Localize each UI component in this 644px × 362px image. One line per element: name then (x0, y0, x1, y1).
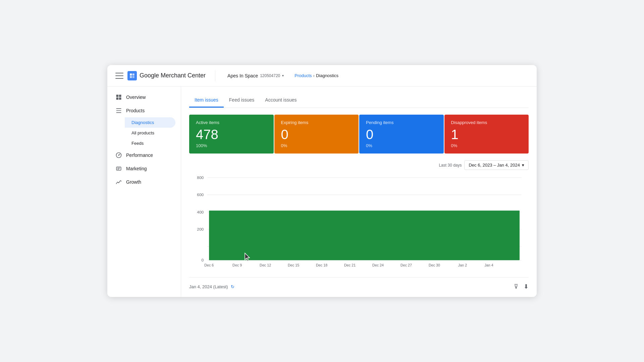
svg-rect-2 (130, 76, 132, 78)
sidebar-item-performance[interactable]: Performance (107, 148, 178, 162)
svg-text:800: 800 (197, 175, 204, 180)
tab-item-issues[interactable]: Item issues (189, 93, 224, 108)
svg-rect-25 (209, 210, 520, 260)
stat-expiring-value: 0 (281, 128, 352, 141)
svg-rect-9 (116, 110, 121, 111)
stat-card-pending[interactable]: Pending items 0 0% (359, 115, 444, 154)
tab-feed-issues[interactable]: Feed issues (224, 93, 260, 108)
stat-active-label: Active items (196, 120, 267, 125)
chart-footer-date: Jan 4, 2024 (Latest) ↻ (189, 284, 234, 289)
stat-card-active[interactable]: Active items 478 100% (189, 115, 274, 154)
chart-area: 800 600 400 200 0 Dec 6 Dec 9 Dec 12 Dec… (189, 174, 529, 275)
stats-row: Active items 478 100% Expiring items 0 0… (189, 115, 529, 154)
download-icon[interactable]: ⬇ (524, 283, 529, 290)
date-picker-value: Dec 6, 2023 – Jan 4, 2024 (469, 163, 520, 168)
stat-active-value: 478 (196, 128, 267, 141)
sidebar-performance-label: Performance (126, 153, 153, 158)
svg-rect-1 (132, 73, 135, 75)
sidebar-feeds-label: Feeds (131, 141, 144, 146)
svg-text:Dec 21: Dec 21 (344, 263, 356, 267)
sidebar-item-marketing[interactable]: Marketing (107, 162, 178, 175)
stat-disapproved-label: Disapproved items (451, 120, 522, 125)
sidebar-diagnostics-label: Diagnostics (131, 120, 154, 125)
overview-icon (115, 94, 122, 101)
sidebar-growth-label: Growth (126, 179, 141, 185)
svg-text:0: 0 (201, 258, 204, 262)
date-picker-chevron-icon: ▾ (522, 163, 524, 168)
svg-text:400: 400 (197, 210, 204, 215)
svg-text:Dec 6: Dec 6 (204, 263, 214, 267)
breadcrumb: Products › Diagnostics (294, 73, 338, 78)
topbar-left: Google Merchant Center Apes In Space 120… (115, 70, 286, 81)
svg-text:Dec 18: Dec 18 (316, 263, 327, 267)
svg-rect-13 (116, 167, 121, 170)
date-filter-label: Last 30 days (439, 163, 462, 168)
sidebar-item-growth[interactable]: Growth (107, 175, 178, 189)
svg-text:Dec 12: Dec 12 (260, 263, 271, 267)
stat-pending-label: Pending items (366, 120, 437, 125)
products-icon (115, 107, 122, 114)
svg-text:Jan 2: Jan 2 (458, 263, 467, 267)
sidebar-item-overview[interactable]: Overview (107, 90, 178, 104)
svg-text:Dec 30: Dec 30 (429, 263, 440, 267)
refresh-icon[interactable]: ↻ (231, 284, 234, 289)
account-selector[interactable]: Apes In Space 120504720 ▾ (225, 71, 286, 80)
breadcrumb-separator: › (313, 73, 315, 78)
app-title: Google Merchant Center (140, 72, 206, 79)
main-layout: Overview Products Diagnostics All pr (107, 86, 537, 297)
svg-rect-4 (116, 95, 119, 97)
svg-text:Dec 15: Dec 15 (288, 263, 299, 267)
svg-text:600: 600 (197, 192, 204, 197)
svg-rect-0 (130, 73, 132, 75)
growth-icon (115, 179, 122, 185)
stat-active-pct: 100% (196, 143, 267, 148)
svg-rect-8 (116, 108, 121, 109)
content-area: Item issues Feed issues Account issues A… (181, 86, 537, 297)
stat-card-expiring[interactable]: Expiring items 0 0% (274, 115, 359, 154)
sidebar-item-all-products[interactable]: All products (125, 128, 175, 138)
svg-point-12 (118, 155, 119, 156)
tabs-bar: Item issues Feed issues Account issues (189, 93, 529, 108)
sidebar-overview-label: Overview (126, 95, 146, 100)
svg-rect-3 (132, 76, 135, 78)
svg-rect-6 (116, 98, 119, 100)
sidebar-item-products[interactable]: Products (107, 104, 178, 117)
footer-date-label: Jan 4, 2024 (Latest) (189, 284, 228, 289)
svg-text:Dec 27: Dec 27 (400, 263, 412, 267)
chart-svg: 800 600 400 200 0 Dec 6 Dec 9 Dec 12 Dec… (189, 174, 529, 275)
chart-footer: Jan 4, 2024 (Latest) ↻ ⊽ ⬇ (189, 277, 529, 290)
account-name: Apes In Space (227, 73, 258, 78)
menu-icon[interactable] (115, 72, 123, 80)
marketing-icon (115, 165, 122, 172)
stat-disapproved-value: 1 (451, 128, 522, 141)
svg-text:Dec 24: Dec 24 (372, 263, 384, 267)
breadcrumb-current: Diagnostics (316, 73, 338, 78)
sidebar-all-products-label: All products (131, 130, 154, 135)
svg-rect-5 (119, 95, 121, 97)
tab-account-issues[interactable]: Account issues (260, 93, 302, 108)
performance-icon (115, 152, 122, 159)
svg-text:Dec 9: Dec 9 (232, 263, 242, 267)
account-chevron-icon: ▾ (282, 74, 284, 77)
svg-rect-7 (119, 98, 121, 100)
stat-disapproved-pct: 0% (451, 143, 522, 148)
account-id: 120504720 (260, 73, 280, 78)
sidebar: Overview Products Diagnostics All pr (107, 86, 181, 297)
chart-footer-actions: ⊽ ⬇ (514, 283, 529, 290)
sidebar-products-label: Products (126, 108, 145, 113)
sidebar-item-feeds[interactable]: Feeds (125, 138, 175, 148)
stat-pending-value: 0 (366, 128, 437, 141)
svg-rect-10 (116, 112, 121, 113)
breadcrumb-parent[interactable]: Products (294, 73, 312, 78)
sidebar-products-sub: Diagnostics All products Feeds (107, 117, 181, 148)
stat-expiring-label: Expiring items (281, 120, 352, 125)
stat-card-disapproved[interactable]: Disapproved items 1 0% (444, 115, 529, 154)
topbar-divider (215, 70, 215, 81)
date-picker[interactable]: Dec 6, 2023 – Jan 4, 2024 ▾ (464, 160, 529, 170)
topbar: Google Merchant Center Apes In Space 120… (107, 65, 537, 86)
sidebar-item-diagnostics[interactable]: Diagnostics (125, 117, 175, 128)
svg-text:Jan 4: Jan 4 (484, 263, 493, 267)
chart-header: Last 30 days Dec 6, 2023 – Jan 4, 2024 ▾ (189, 160, 529, 170)
filter-icon[interactable]: ⊽ (514, 283, 518, 290)
stat-pending-pct: 0% (366, 143, 437, 148)
